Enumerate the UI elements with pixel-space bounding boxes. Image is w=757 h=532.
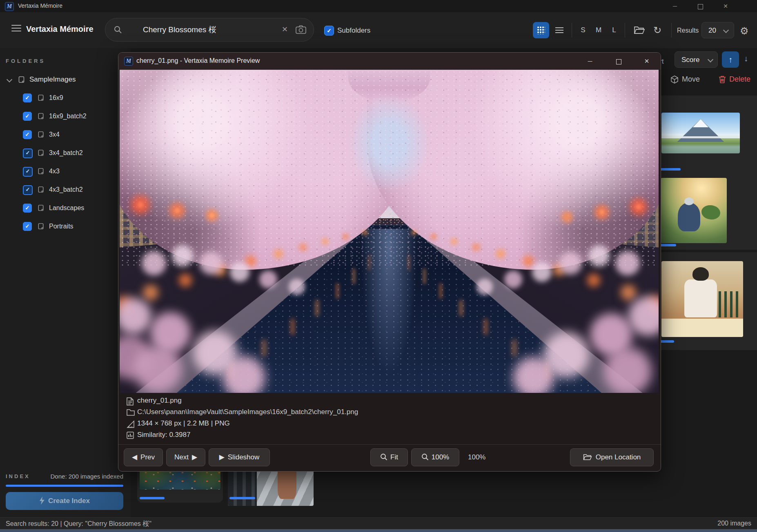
ruler-icon [127,420,135,428]
sort-ascending-button[interactable]: ↑ [722,51,739,68]
folder-icon [38,149,45,156]
index-progress-bar [6,485,123,487]
app-window: M Vertaxia Mémoire ─ ✕ Vertaxia Mémoire … [0,0,757,532]
chevron-down-icon[interactable] [7,77,12,82]
chevron-down-icon [723,27,729,33]
index-status: Done: 200 images indexed [0,473,123,480]
folder-checkbox[interactable]: ✓ [23,112,32,121]
folder-icon [38,94,45,101]
folder-label: 16x9_batch2 [49,110,87,122]
zoom-100-label: 100% [432,453,449,461]
folder-label: 16x9 [49,92,63,104]
open-folder-icon [583,453,592,461]
trash-icon [719,75,726,84]
next-button[interactable]: Next▶ [166,448,205,466]
open-location-button[interactable]: Open Location [570,448,654,466]
next-arrow-icon: ▶ [192,453,197,461]
slideshow-button[interactable]: ▶Slideshow [209,448,270,466]
folder-icon [18,76,25,83]
grid-icon [537,26,545,34]
dialog-minimize-button[interactable]: ─ [581,55,599,67]
refresh-icon[interactable]: ↻ [653,24,661,36]
folder-icon [38,204,45,211]
image-search-camera-icon[interactable] [296,25,306,34]
sort-dropdown[interactable]: Score [675,51,718,68]
result-card-fuji[interactable] [652,95,757,177]
sidebar-item-3x4[interactable]: ✓ 3x4 [0,129,131,141]
folder-root-row[interactable]: SampleImages [0,73,131,86]
folder-label: 4x3 [49,165,60,177]
create-index-button[interactable]: Create Index [6,492,123,510]
folder-checkbox[interactable]: ✓ [23,149,33,158]
thumbnail-sushi-chef[interactable] [661,261,743,337]
window-maximize-button[interactable] [691,0,710,12]
folder-label: 4x3_batch2 [49,184,83,196]
folder-icon [38,131,45,138]
delete-button[interactable]: Delete [719,75,750,84]
result-card-bonsai[interactable] [652,175,757,250]
sidebar-item-landscapes[interactable]: ✓ Landscapes [0,202,131,214]
folder-checkbox[interactable]: ✓ [23,93,32,102]
grid-view-button[interactable] [533,22,549,38]
app-title: Vertaxia Mémoire [26,24,94,34]
folder-checkbox[interactable]: ✓ [23,204,32,213]
size-large-button[interactable]: L [608,24,620,36]
sidebar-item-4x3[interactable]: ✓ 4x3 [0,165,131,177]
results-count-dropdown[interactable]: 20 [701,22,734,38]
zoom-fit-button[interactable]: Fit [370,448,408,466]
preview-image-cherry-blossom-canal[interactable] [120,70,659,393]
result-card-sushi[interactable] [652,252,757,350]
open-folder-icon[interactable] [634,25,645,35]
similarity-value: Similarity: 0.3987 [137,431,190,439]
sidebar-item-16x9[interactable]: ✓ 16x9 [0,92,131,104]
move-label: Move [682,75,700,83]
clear-search-icon[interactable]: ✕ [282,25,288,34]
sort-value: Score [681,56,699,64]
magnifier-icon [380,453,387,461]
folder-icon [38,223,45,230]
thumbnail-mount-fuji[interactable] [661,113,740,153]
zoom-100-button[interactable]: 100% [411,448,459,466]
sort-descending-button[interactable]: ↓ [744,54,748,63]
folder-checkbox[interactable]: ✓ [23,185,33,195]
folders-header: FOLDERS [6,58,45,64]
magnifier-icon [421,453,429,461]
list-view-button[interactable] [551,22,568,38]
folder-label: 3x4 [49,129,60,141]
prev-button[interactable]: ◀Prev [124,448,163,466]
settings-gear-icon[interactable]: ⚙ [740,25,749,37]
window-minimize-button[interactable]: ─ [666,0,684,12]
sidebar-item-16x9-batch2[interactable]: ✓ 16x9_batch2 [0,110,131,122]
sidebar-item-3x4-batch2[interactable]: ✓ 3x4_batch2 [0,147,131,159]
folder-root-label: SampleImages [29,73,76,86]
prev-label: Prev [140,453,155,461]
folder-checkbox[interactable]: ✓ [23,130,32,139]
menu-icon[interactable] [11,23,21,33]
preview-dialog-titlebar[interactable]: M cherry_01.png - Vertaxia Memoire Previ… [118,53,661,70]
dialog-maximize-button[interactable] [610,55,628,67]
subfolders-checkbox[interactable]: ✓ [324,26,334,35]
size-small-button[interactable]: S [577,24,589,36]
subfolders-label: Subfolders [337,27,370,35]
fit-label: Fit [390,453,398,461]
window-close-button[interactable]: ✕ [716,0,735,12]
sidebar-item-4x3-batch2[interactable]: ✓ 4x3_batch2 [0,184,131,196]
move-box-icon [670,75,679,84]
size-medium-button[interactable]: M [593,24,604,36]
folder-icon [127,409,135,416]
results-count-value: 20 [708,27,716,34]
results-label: Results [677,27,699,34]
bar-chart-icon [127,432,134,439]
thumbnail-bonsai-gardener[interactable] [661,178,727,243]
dialog-close-button[interactable]: ✕ [638,55,656,67]
move-button[interactable]: Move [670,75,700,84]
file-path: C:\Users\panan\ImageVault\SampleImages\1… [137,408,358,416]
search-input[interactable] [142,18,266,41]
folder-checkbox[interactable]: ✓ [23,222,32,231]
search-box: ✕ [105,18,314,42]
folder-label: Portraits [49,220,73,233]
folder-checkbox[interactable]: ✓ [23,167,33,177]
next-label: Next [174,453,189,461]
create-index-label: Create Index [48,497,90,505]
sidebar-item-portraits[interactable]: ✓ Portraits [0,220,131,233]
